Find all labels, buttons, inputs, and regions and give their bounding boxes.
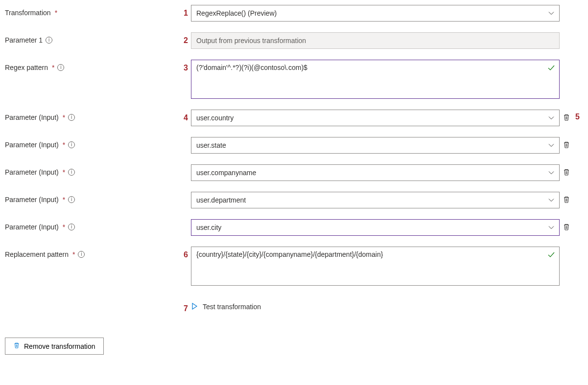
label-replacement-pattern: Replacement pattern * i <box>5 247 176 258</box>
label-transformation: Transformation * <box>5 5 176 17</box>
remove-transformation-label: Remove transformation <box>24 342 95 350</box>
parameter1-placeholder: Output from previous transformation <box>196 37 306 45</box>
test-transformation-button[interactable]: Test transformation <box>191 303 261 311</box>
label-text: Regex pattern <box>5 64 48 71</box>
test-transformation-label: Test transformation <box>203 303 261 311</box>
label-text: Parameter (Input) <box>5 223 59 231</box>
param-input-select-2[interactable]: user.companyname <box>191 164 560 181</box>
chevron-down-icon <box>548 142 554 148</box>
transformation-value: RegexReplace() (Preview) <box>196 9 277 17</box>
replacement-pattern-value: {country}/{state}/{city}/{companyname}/{… <box>196 250 383 258</box>
annotation-6: 6 <box>176 247 191 259</box>
transformation-select[interactable]: RegexReplace() (Preview) <box>191 5 560 22</box>
chevron-down-icon <box>548 197 554 203</box>
required-asterisk: * <box>63 196 65 204</box>
delete-param-4[interactable] <box>563 219 572 231</box>
play-icon <box>191 303 198 311</box>
param-input-select-4[interactable]: user.city <box>191 219 560 236</box>
label-regex-pattern: Regex pattern * i <box>5 60 176 71</box>
row-replacement-pattern: Replacement pattern * i 6 {country}/{sta… <box>5 247 583 286</box>
check-icon <box>547 64 555 73</box>
required-asterisk: * <box>63 141 65 149</box>
regex-pattern-input[interactable]: (?'domain'^.*?)(?i)(@contoso\.com)$ <box>191 60 560 99</box>
label-text: Transformation <box>5 9 51 17</box>
required-asterisk: * <box>63 168 65 176</box>
chevron-down-icon <box>548 225 554 230</box>
info-icon[interactable]: i <box>68 141 75 148</box>
annotation-3: 3 <box>176 60 191 72</box>
required-asterisk: * <box>52 64 54 71</box>
required-asterisk: * <box>63 113 65 121</box>
info-icon[interactable]: i <box>78 251 85 258</box>
regex-pattern-value: (?'domain'^.*?)(?i)(@contoso\.com)$ <box>196 64 307 71</box>
param-input-value: user.department <box>196 196 246 204</box>
label-parameter1: Parameter 1 i <box>5 32 176 44</box>
row-param-input-3: Parameter (Input) * i user.department <box>5 192 583 208</box>
row-regex-pattern: Regex pattern * i 3 (?'domain'^.*?)(?i)(… <box>5 60 583 99</box>
annotation-2: 2 <box>176 32 191 45</box>
delete-param-3[interactable] <box>563 192 572 204</box>
check-icon <box>547 251 555 260</box>
required-asterisk: * <box>63 223 65 231</box>
param-input-value: user.country <box>196 114 234 122</box>
label-text: Parameter (Input) <box>5 141 59 149</box>
annotation-7: 7 <box>176 300 191 313</box>
trash-icon <box>13 342 20 350</box>
annotation-5: 5 <box>575 110 583 121</box>
replacement-pattern-input[interactable]: {country}/{state}/{city}/{companyname}/{… <box>191 247 560 286</box>
param-input-value: user.state <box>196 141 226 149</box>
chevron-down-icon <box>548 10 554 16</box>
row-param-input-4: Parameter (Input) * i user.city <box>5 219 583 236</box>
param-input-select-3[interactable]: user.department <box>191 192 560 208</box>
label-param-input: Parameter (Input) * i <box>5 164 176 176</box>
label-param-input: Parameter (Input) * i <box>5 110 176 121</box>
annotation-4: 4 <box>176 110 191 122</box>
row-parameter1: Parameter 1 i 2 Output from previous tra… <box>5 32 583 49</box>
remove-transformation-button[interactable]: Remove transformation <box>5 338 104 355</box>
row-param-input-0: Parameter (Input) * i 4 user.country 5 <box>5 110 583 126</box>
label-param-input: Parameter (Input) * i <box>5 192 176 204</box>
delete-param-1[interactable] <box>563 137 572 149</box>
label-text: Parameter (Input) <box>5 168 59 176</box>
row-param-input-2: Parameter (Input) * i user.companyname <box>5 164 583 181</box>
label-text: Parameter (Input) <box>5 196 59 204</box>
label-text: Replacement pattern <box>5 250 69 258</box>
param-input-select-0[interactable]: user.country <box>191 110 560 126</box>
row-transformation: Transformation * 1 RegexReplace() (Previ… <box>5 5 583 22</box>
label-text: Parameter 1 <box>5 36 43 44</box>
param-input-select-1[interactable]: user.state <box>191 137 560 154</box>
required-asterisk: * <box>72 250 75 258</box>
info-icon[interactable]: i <box>68 169 75 176</box>
param-input-value: user.companyname <box>196 169 256 177</box>
info-icon[interactable]: i <box>68 224 75 230</box>
label-param-input: Parameter (Input) * i <box>5 219 176 231</box>
info-icon[interactable]: i <box>68 114 75 121</box>
annotation-1: 1 <box>176 5 191 18</box>
label-text: Parameter (Input) <box>5 113 59 121</box>
chevron-down-icon <box>548 170 554 176</box>
label-param-input: Parameter (Input) * i <box>5 137 176 149</box>
info-icon[interactable]: i <box>68 196 75 203</box>
row-param-input-1: Parameter (Input) * i user.state <box>5 137 583 154</box>
info-icon[interactable]: i <box>57 64 64 71</box>
info-icon[interactable]: i <box>46 37 52 44</box>
delete-param-2[interactable] <box>563 164 572 176</box>
chevron-down-icon <box>548 115 554 121</box>
delete-param-0[interactable] <box>563 110 572 121</box>
row-test-transformation: 7 Test transformation <box>5 300 583 313</box>
parameter1-input: Output from previous transformation <box>191 32 560 49</box>
required-asterisk: * <box>55 9 57 17</box>
param-input-value: user.city <box>196 224 221 231</box>
